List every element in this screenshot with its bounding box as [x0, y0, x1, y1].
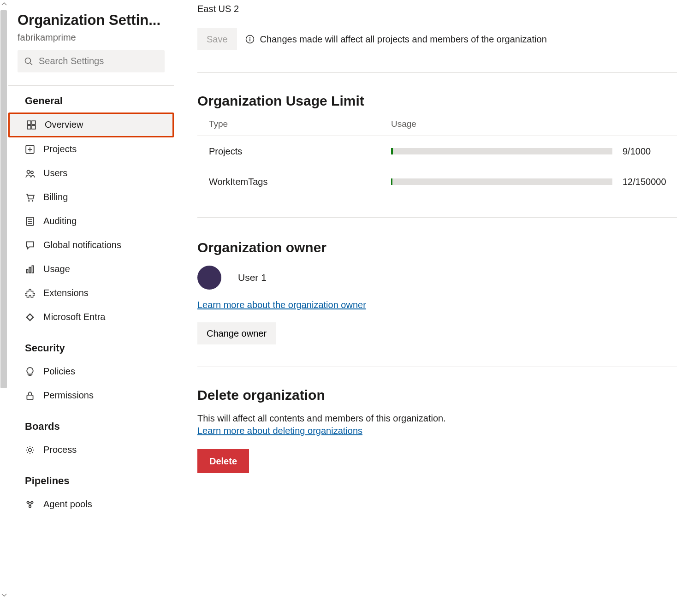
sidebar-scrollbar[interactable] — [0, 0, 8, 599]
search-input-wrap[interactable] — [18, 50, 165, 72]
nav-label: Users — [43, 168, 67, 178]
pool-icon — [25, 499, 35, 510]
divider — [197, 367, 677, 367]
svg-point-9 — [27, 170, 30, 173]
sidebar-item-extensions[interactable]: Extensions — [8, 281, 174, 305]
sidebar-item-users[interactable]: Users — [8, 161, 174, 185]
region-value: East US 2 — [197, 4, 677, 14]
search-icon — [24, 57, 39, 66]
delete-desc: This will affect all contents and member… — [197, 413, 677, 424]
usage-type: Projects — [209, 146, 391, 157]
sidebar-item-billing[interactable]: Billing — [8, 185, 174, 209]
nav-group-title: Security — [8, 342, 174, 360]
nav-group-title: Boards — [8, 421, 174, 438]
svg-rect-4 — [27, 125, 31, 129]
usage-heading: Organization Usage Limit — [197, 93, 677, 109]
save-button[interactable]: Save — [197, 28, 237, 50]
svg-rect-17 — [26, 269, 28, 273]
nav-label: Agent pools — [43, 499, 92, 510]
svg-point-11 — [28, 200, 30, 202]
svg-rect-3 — [32, 121, 36, 125]
settings-sidebar: Organization Settin... fabrikamprime Gen… — [8, 0, 174, 599]
svg-point-22 — [29, 448, 32, 451]
bulb-icon — [25, 367, 35, 377]
gear-icon — [25, 445, 35, 455]
nav-label: Extensions — [43, 288, 89, 298]
delete-learn-more-link[interactable]: Learn more about deleting organizations — [197, 426, 362, 436]
delete-heading: Delete organization — [197, 387, 677, 403]
cart-icon — [25, 192, 35, 202]
nav-label: Microsoft Entra — [43, 312, 105, 322]
nav-label: Usage — [43, 264, 70, 274]
save-notice: Changes made will affect all projects an… — [260, 34, 547, 45]
scroll-up-icon[interactable] — [0, 0, 8, 8]
nav-label: Process — [43, 445, 77, 455]
owner-name: User 1 — [238, 272, 267, 283]
col-type: Type — [209, 119, 391, 129]
sidebar-item-microsoft-entra[interactable]: Microsoft Entra — [8, 305, 174, 329]
owner-avatar — [197, 266, 221, 290]
nav-label: Auditing — [43, 216, 77, 226]
svg-rect-21 — [27, 395, 33, 400]
chart-icon — [25, 264, 35, 274]
owner-heading: Organization owner — [197, 240, 677, 255]
scroll-track[interactable] — [0, 8, 8, 591]
scroll-down-icon[interactable] — [0, 591, 8, 599]
scroll-thumb[interactable] — [0, 10, 7, 388]
main-content: East US 2 Save Changes made will affect … — [174, 0, 700, 599]
svg-point-23 — [27, 501, 29, 503]
sidebar-item-process[interactable]: Process — [8, 438, 174, 462]
svg-rect-2 — [27, 121, 31, 125]
usage-bar — [391, 148, 612, 154]
svg-line-1 — [30, 63, 32, 65]
svg-point-27 — [249, 37, 250, 38]
col-usage: Usage — [391, 119, 665, 129]
sidebar-item-permissions[interactable]: Permissions — [8, 384, 174, 408]
owner-learn-more-link[interactable]: Learn more about the organization owner — [197, 300, 366, 310]
diamond-icon — [25, 312, 35, 322]
list-icon — [25, 216, 35, 226]
plus-box-icon — [25, 144, 35, 154]
delete-button[interactable]: Delete — [197, 449, 249, 473]
sidebar-item-auditing[interactable]: Auditing — [8, 209, 174, 233]
sidebar-item-overview[interactable]: Overview — [8, 113, 174, 137]
nav-label: Policies — [43, 366, 75, 377]
svg-point-24 — [31, 501, 33, 503]
nav-group-title: Pipelines — [8, 475, 174, 492]
sidebar-item-projects[interactable]: Projects — [8, 137, 174, 161]
svg-point-25 — [29, 505, 31, 507]
change-owner-button[interactable]: Change owner — [197, 322, 276, 344]
nav-label: Permissions — [43, 390, 94, 401]
usage-table-header: Type Usage — [197, 119, 677, 136]
svg-rect-28 — [249, 39, 250, 42]
nav-label: Billing — [43, 192, 68, 202]
svg-rect-5 — [32, 125, 36, 129]
nav-label: Overview — [45, 119, 83, 130]
divider — [197, 217, 677, 218]
sidebar-item-policies[interactable]: Policies — [8, 360, 174, 384]
sidebar-item-agent-pools[interactable]: Agent pools — [8, 492, 174, 516]
usage-value: 9/1000 — [623, 146, 651, 157]
sidebar-item-global-notifications[interactable]: Global notifications — [8, 233, 174, 257]
sidebar-item-usage[interactable]: Usage — [8, 257, 174, 281]
puzzle-icon — [25, 288, 35, 298]
divider — [197, 72, 677, 73]
svg-rect-19 — [32, 266, 33, 273]
nav-label: Projects — [43, 144, 77, 154]
usage-row: WorkItemTags12/150000 — [197, 166, 677, 197]
usage-bar — [391, 178, 612, 185]
svg-rect-18 — [29, 267, 30, 273]
search-input[interactable] — [39, 56, 158, 66]
usage-value: 12/150000 — [623, 177, 666, 187]
org-name: fabrikamprime — [8, 30, 174, 43]
sidebar-title: Organization Settin... — [8, 12, 174, 30]
usage-type: WorkItemTags — [209, 177, 391, 187]
lock-icon — [25, 391, 35, 401]
nav-group-title: General — [8, 95, 174, 113]
nav-label: Global notifications — [43, 240, 121, 250]
chat-icon — [25, 240, 35, 250]
info-icon — [245, 35, 255, 44]
svg-point-12 — [32, 200, 33, 202]
grid-icon — [26, 120, 36, 130]
users-icon — [25, 168, 35, 178]
